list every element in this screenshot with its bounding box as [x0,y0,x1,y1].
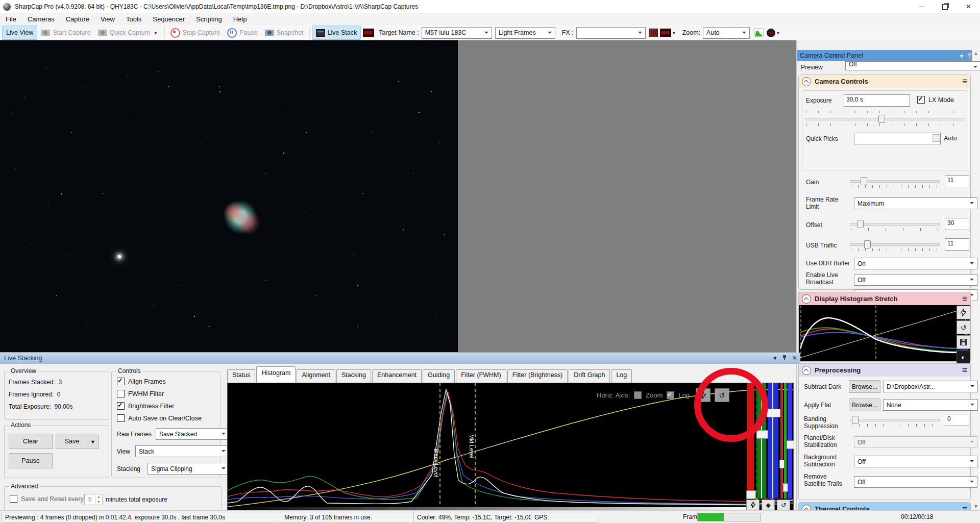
quick-picks-combo[interactable] [854,133,941,144]
live-stack-button[interactable]: Live Stack [312,26,361,40]
thermal-controls-header[interactable]: Thermal Controls ≡ [799,503,970,510]
offset-value[interactable]: 30 [945,218,969,230]
preview-combo[interactable]: Off [845,61,980,70]
tab-filter-brightness[interactable]: Filter (Brightness) [507,369,568,383]
red-thumb-icon[interactable] [660,29,671,37]
close-button[interactable]: ✕ [957,0,980,13]
reset-button[interactable]: ↺ [777,500,790,510]
chevron-down-icon[interactable]: ▾ [773,354,776,362]
menu-help[interactable]: Help [228,14,253,24]
slider-handle[interactable] [746,490,756,499]
stacking-combo[interactable]: Sigma Clipping [148,463,229,475]
interval-spinner[interactable]: 5 ▲▼ [84,494,103,505]
lx-mode-checkbox[interactable]: LX Mode [917,96,954,104]
frame-type-combo[interactable]: Light Frames [495,27,555,39]
tab-log[interactable]: Log [611,369,632,383]
minimize-button[interactable] [910,0,933,13]
sensor-preview-icon[interactable] [363,29,374,37]
collapse-icon[interactable] [802,366,811,375]
blue-mid-bar[interactable] [788,383,792,499]
apply-flat-browse-button[interactable]: Browse... [849,399,880,411]
tab-filter-fwhm[interactable]: Filter (FWHM) [456,369,506,383]
chevron-down-icon[interactable]: ▾ [960,52,963,60]
blue-level-bar[interactable] [768,383,778,499]
auto-stretch-button[interactable] [746,500,760,510]
save-reset-checkbox[interactable]: Save and Reset every [10,495,84,503]
satellite-trails-combo[interactable]: Off [854,476,977,488]
contrast-button[interactable]: ◐ [957,350,970,364]
align-frames-checkbox[interactable]: Align Frames [117,378,166,385]
exposure-slider[interactable] [805,116,965,121]
banding-value[interactable]: 0 [945,414,969,426]
auto-checkbox[interactable]: Auto [933,134,957,142]
exposure-input[interactable]: 30,0 s [844,94,910,107]
subtract-dark-browse-button[interactable]: Browse... [849,380,880,393]
menu-view[interactable]: View [95,14,120,24]
stretch-histogram-chart[interactable]: ↺ ◐ [799,306,970,360]
log-checkbox[interactable] [667,391,674,399]
spin-down-icon[interactable]: ▼ [95,500,102,505]
planet-stabilization-combo[interactable]: Off [854,436,977,448]
stop-capture-button[interactable]: Stop Capture [167,26,224,39]
save-dropdown-button[interactable]: ▾ [87,434,99,449]
histogram-stretch-header[interactable]: Display Histogram Stretch ≡ [799,292,970,305]
tab-alignment[interactable]: Alignment [297,369,335,383]
camera-control-panel-header[interactable]: Camera Control Panel ▾ [797,50,975,61]
banding-slider[interactable] [850,417,940,422]
fx-combo[interactable] [576,27,646,39]
snapshot-button[interactable]: Snapshot [261,26,307,39]
menu-icon[interactable]: ≡ [962,368,967,373]
image-preview[interactable] [0,40,458,352]
live-view-button[interactable]: Live View [2,26,37,40]
pause-button[interactable]: Pause [224,26,261,39]
dark-thumb-icon[interactable] [649,29,658,37]
menu-capture[interactable]: Capture [60,14,95,24]
tab-enhancement[interactable]: Enhancement [372,369,422,383]
view-combo[interactable]: Stack [135,445,229,457]
tab-status[interactable]: Status [227,369,255,383]
auto-save-checkbox[interactable]: Auto Save on Clear/Close [117,414,202,422]
frame-rate-combo[interactable]: Maximum [854,197,977,209]
zoom-checkbox[interactable] [634,391,642,399]
diamond-button[interactable]: ◆ [762,500,775,510]
auto-stretch-button[interactable] [957,306,970,319]
scroll-up-icon[interactable]: ▲ [973,51,978,56]
background-subtraction-combo[interactable]: Off [854,456,977,467]
chevron-down-icon[interactable]: ▾ [671,30,677,36]
menu-icon[interactable]: ≡ [962,79,967,84]
gain-value[interactable]: 11 [945,175,969,187]
histogram-icon[interactable] [754,29,764,37]
maximize-button[interactable] [933,0,957,13]
reset-stretch-button[interactable]: ↺ [957,320,970,334]
tab-drift-graph[interactable]: Drift Graph [569,369,610,383]
slider-handle[interactable] [787,440,794,449]
scroll-down-icon[interactable]: ▼ [973,504,978,509]
red-mid-bar[interactable] [780,383,783,499]
menu-scripting[interactable]: Scripting [190,14,228,24]
offset-slider[interactable] [850,221,940,226]
fwhm-filter-checkbox[interactable]: FWHM Filter [117,390,164,397]
spin-up-icon[interactable]: ▲ [95,494,102,500]
save-stretch-button[interactable] [957,335,970,349]
menu-sequencer[interactable]: Sequencer [147,14,190,24]
start-capture-button[interactable]: Start Capture [37,26,94,39]
raw-frames-combo[interactable]: Save Stacked [156,428,229,440]
menu-tools[interactable]: Tools [120,14,147,24]
slider-handle[interactable] [767,409,780,417]
subtract-dark-combo[interactable]: D:\Dropbox\Astr... [883,381,978,392]
quick-capture-button[interactable]: Quick Capture▾ [94,26,162,39]
chevron-down-icon[interactable]: ▾ [775,30,781,36]
gain-slider[interactable] [850,178,940,183]
tab-histogram[interactable]: Histogram [256,366,296,383]
close-icon[interactable]: ✕ [792,354,797,362]
pin-icon[interactable] [782,355,787,361]
menu-icon[interactable]: ≡ [962,507,967,511]
pause-stack-button[interactable]: Pause [9,453,53,468]
collapse-icon[interactable] [802,294,811,304]
zoom-combo[interactable]: Auto [703,27,750,39]
preprocessing-header[interactable]: Preprocessing ≡ [799,364,970,377]
brightness-filter-checkbox[interactable]: Brightness Filter [117,402,174,410]
menu-cameras[interactable]: Cameras [22,14,60,24]
reticle-icon[interactable] [767,29,775,37]
tab-stacking[interactable]: Stacking [336,369,371,383]
